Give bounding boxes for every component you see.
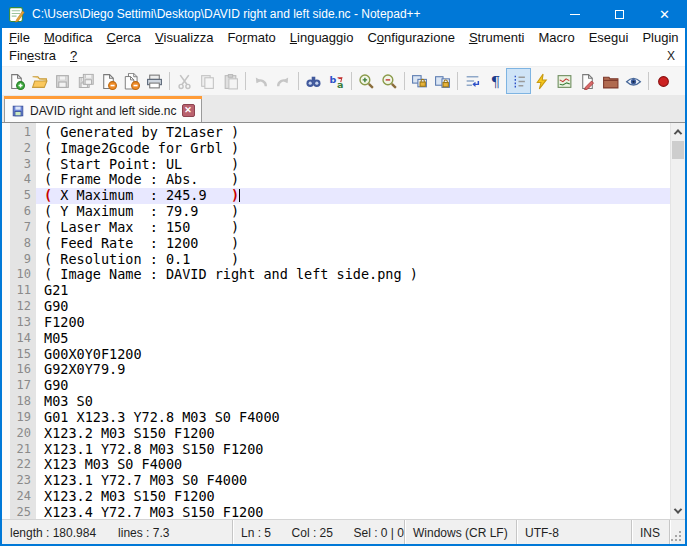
code-line[interactable]: G90 — [36, 378, 670, 394]
line-number: 10 — [10, 267, 36, 283]
open-file-button[interactable] — [28, 69, 51, 93]
tab-close-icon[interactable]: ✕ — [182, 104, 195, 117]
bookmark-margin[interactable] — [2, 123, 10, 519]
tabbar: DAVID right and left side.nc ✕ — [2, 95, 685, 123]
document-list-button[interactable] — [576, 69, 599, 93]
zoom-in-icon — [358, 73, 375, 90]
close-all-button[interactable] — [120, 69, 143, 93]
matched-brace: ( — [44, 187, 52, 203]
cut-button[interactable] — [173, 69, 196, 93]
code-line[interactable]: M05 — [36, 331, 670, 347]
code-line[interactable]: ( X Maximum : 245.9 ) — [36, 188, 670, 204]
monitoring-button[interactable] — [622, 69, 645, 93]
document-map-button[interactable] — [553, 69, 576, 93]
function-list-button[interactable] — [530, 69, 553, 93]
menu-item-help[interactable]: ? — [63, 47, 84, 65]
show-all-characters-button[interactable]: ¶ — [484, 69, 507, 93]
redo-button[interactable] — [272, 69, 295, 93]
tab-david-right-and-left-side[interactable]: DAVID right and left side.nc ✕ — [4, 96, 202, 122]
code-line[interactable]: ( Resolution : 0.1 ) — [36, 252, 670, 268]
close-button[interactable]: ✕ — [642, 0, 687, 28]
save-button[interactable] — [51, 69, 74, 93]
code-line[interactable]: X123.2 M03 S150 F1200 — [36, 426, 670, 442]
code-line[interactable]: X123.4 Y72.7 M03 S150 F1200 — [36, 505, 670, 519]
save-all-button[interactable] — [74, 69, 97, 93]
scroll-thumb[interactable] — [672, 141, 684, 159]
zoom-out-icon — [381, 73, 398, 90]
undo-button[interactable] — [249, 69, 272, 93]
find-button[interactable] — [302, 69, 325, 93]
print-button[interactable] — [143, 69, 166, 93]
close-file-button[interactable] — [97, 69, 120, 93]
zoom-in-button[interactable] — [355, 69, 378, 93]
code-line[interactable]: G21 — [36, 283, 670, 299]
menu-item-esegui[interactable]: Esegui — [582, 29, 636, 47]
menubar: FileModificaCercaVisualizzaFormatoLingua… — [2, 28, 685, 67]
code-line[interactable]: X123.2 M03 S150 F1200 — [36, 489, 670, 505]
new-file-button[interactable] — [5, 69, 28, 93]
sync-vertical-scroll-button[interactable] — [408, 69, 431, 93]
copy-button[interactable] — [196, 69, 219, 93]
code-line[interactable]: ( Y Maximum : 79.9 ) — [36, 204, 670, 220]
code-area[interactable]: ( Generated by T2Laser )( Image2Gcode fo… — [36, 123, 670, 519]
code-line[interactable]: ( Generated by T2Laser ) — [36, 125, 670, 141]
code-line[interactable]: ( Image Name : DAVID right and left side… — [36, 267, 670, 283]
sync-horizontal-scroll-button[interactable] — [431, 69, 454, 93]
editor[interactable]: 1234567891011121314151617181920212223242… — [2, 123, 685, 519]
show-indent-guide-button[interactable] — [507, 69, 530, 93]
code-line[interactable]: ( Feed Rate : 1200 ) — [36, 236, 670, 252]
line-number: 22 — [10, 457, 36, 473]
show-all-characters-icon: ¶ — [487, 73, 504, 90]
folder-as-workspace-button[interactable] — [599, 69, 622, 93]
word-wrap-icon — [464, 73, 481, 90]
menu-item-macro[interactable]: Macro — [532, 29, 582, 47]
replace-button[interactable]: ba — [325, 69, 348, 93]
paste-button[interactable] — [219, 69, 242, 93]
line-number: 15 — [10, 347, 36, 363]
menu-item-modifica[interactable]: Modifica — [37, 29, 99, 47]
scroll-down-button[interactable] — [671, 502, 685, 519]
code-line[interactable]: ( Frame Mode : Abs. ) — [36, 172, 670, 188]
menu-item-file[interactable]: File — [2, 29, 37, 47]
code-line[interactable]: M03 S0 — [36, 394, 670, 410]
menu-item-cerca[interactable]: Cerca — [99, 29, 148, 47]
code-line[interactable]: ( Image2Gcode for Grbl ) — [36, 141, 670, 157]
document-map-icon — [556, 73, 573, 90]
code-line[interactable]: G00X0Y0F1200 — [36, 347, 670, 363]
code-line[interactable]: G92X0Y79.9 — [36, 362, 670, 378]
status-encoding[interactable]: UTF-8 — [517, 520, 632, 545]
scroll-up-button[interactable] — [671, 123, 685, 140]
close-file-icon — [100, 73, 117, 90]
menu-item-configurazione[interactable]: Configurazione — [360, 29, 461, 47]
menu-item-finestra[interactable]: Finestra — [2, 47, 63, 65]
code-line[interactable]: ( Laser Max : 150 ) — [36, 220, 670, 236]
resize-grip[interactable] — [671, 531, 673, 533]
vertical-scrollbar[interactable] — [670, 123, 685, 519]
status-lines: lines : 7.3 — [118, 526, 169, 540]
record-macro-icon — [655, 73, 672, 90]
line-number-gutter[interactable]: 1234567891011121314151617181920212223242… — [10, 123, 36, 519]
menu-item-strumenti[interactable]: Strumenti — [462, 29, 532, 47]
menu-item-plugin[interactable]: Plugin — [635, 29, 685, 47]
menu-item-formato[interactable]: Formato — [220, 29, 282, 47]
matched-brace: ) — [231, 187, 239, 203]
code-line[interactable]: X123.1 Y72.7 M03 S0 F4000 — [36, 473, 670, 489]
code-line[interactable]: X123 M03 S0 F4000 — [36, 457, 670, 473]
code-line[interactable]: X123.1 Y72.8 M03 S150 F1200 — [36, 442, 670, 458]
zoom-out-button[interactable] — [378, 69, 401, 93]
status-insert-mode[interactable]: INS — [632, 520, 670, 545]
menubar-close-icon[interactable]: X — [657, 49, 685, 63]
code-line[interactable]: G90 — [36, 299, 670, 315]
toolbar-separator — [457, 72, 458, 90]
code-line[interactable]: F1200 — [36, 315, 670, 331]
menu-item-visualizza[interactable]: Visualizza — [148, 29, 220, 47]
record-macro-button[interactable] — [652, 69, 675, 93]
status-eol-format[interactable]: Windows (CR LF) — [405, 520, 517, 545]
word-wrap-button[interactable] — [461, 69, 484, 93]
menu-item-linguaggio[interactable]: Linguaggio — [283, 29, 361, 47]
maximize-button[interactable] — [597, 0, 642, 28]
minimize-button[interactable] — [552, 0, 597, 28]
chevron-down-icon — [674, 505, 682, 513]
code-line[interactable]: ( Start Point: UL ) — [36, 157, 670, 173]
code-line[interactable]: G01 X123.3 Y72.8 M03 S0 F4000 — [36, 410, 670, 426]
